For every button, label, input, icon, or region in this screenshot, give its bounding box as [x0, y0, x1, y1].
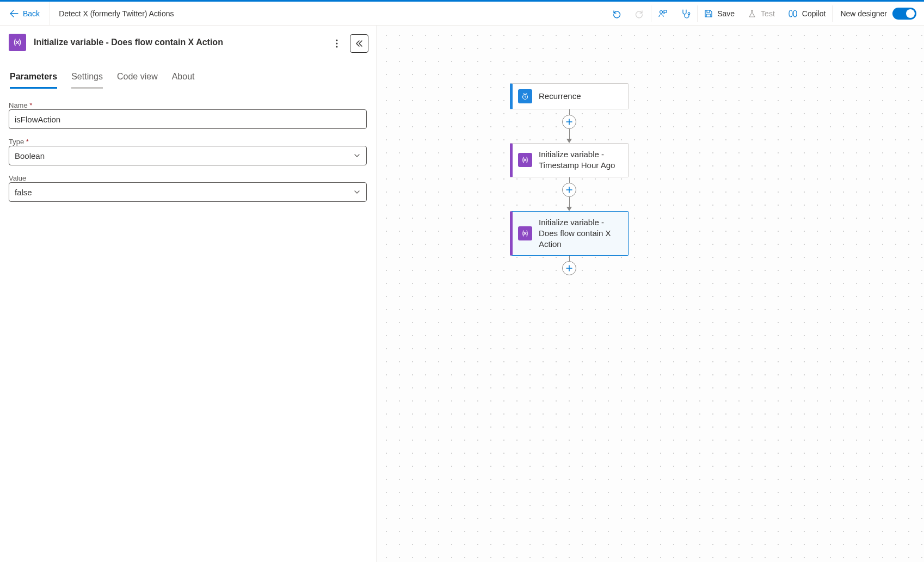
copilot-button[interactable]: Copilot	[781, 2, 833, 25]
svg-point-0	[660, 10, 663, 13]
flow-title: Detect X (formerly Twitter) Actions	[50, 9, 182, 18]
undo-button[interactable]	[605, 2, 628, 25]
value-label: Value	[9, 174, 367, 182]
clock-icon	[518, 89, 532, 103]
redo-button[interactable]	[628, 2, 651, 25]
redo-icon	[635, 9, 644, 18]
plus-icon	[565, 118, 573, 126]
plus-icon	[565, 186, 573, 194]
svg-point-1	[688, 13, 690, 15]
add-step-button[interactable]	[562, 261, 576, 275]
plus-icon	[565, 264, 573, 272]
value-select[interactable]: false	[9, 182, 367, 202]
tab-parameters[interactable]: Parameters	[10, 72, 57, 89]
person-feedback-icon	[658, 9, 668, 18]
save-label: Save	[717, 9, 735, 18]
node-init-flowaction[interactable]: Initialize variable - Does flow contain …	[510, 211, 629, 256]
svg-point-2	[336, 40, 338, 41]
kebab-icon	[336, 39, 338, 48]
node-init-timestamp[interactable]: Initialize variable - Timestamp Hour Ago	[510, 143, 629, 177]
test-button[interactable]: Test	[741, 2, 781, 25]
variable-icon	[9, 34, 26, 51]
panel-title: Initialize variable - Does flow contain …	[34, 38, 223, 47]
copilot-label: Copilot	[802, 9, 826, 18]
value-value: false	[15, 188, 32, 197]
svg-point-4	[336, 46, 338, 48]
type-value: Boolean	[15, 151, 45, 160]
test-label: Test	[761, 9, 775, 18]
svg-point-3	[336, 43, 338, 45]
type-label: Type *	[9, 138, 367, 146]
add-step-button[interactable]	[562, 115, 576, 129]
designer-toggle[interactable]	[892, 8, 916, 20]
chevron-down-icon	[353, 188, 361, 196]
back-label: Back	[23, 9, 40, 18]
arrow-left-icon	[10, 9, 19, 18]
collapse-panel-button[interactable]	[350, 34, 368, 53]
save-icon	[704, 9, 713, 18]
flow-canvas[interactable]: Recurrence Initialize variable - Timesta…	[377, 26, 924, 562]
node-label: Recurrence	[539, 91, 581, 102]
node-recurrence[interactable]: Recurrence	[510, 83, 629, 109]
tab-about[interactable]: About	[172, 72, 195, 89]
diagnostics-button[interactable]	[674, 2, 697, 25]
properties-panel: Initialize variable - Does flow contain …	[0, 26, 377, 562]
node-label: Initialize variable - Timestamp Hour Ago	[539, 149, 623, 171]
type-select[interactable]: Boolean	[9, 146, 367, 165]
flask-icon	[748, 9, 756, 18]
save-button[interactable]: Save	[698, 2, 741, 25]
tab-settings[interactable]: Settings	[71, 72, 103, 89]
panel-menu-button[interactable]	[329, 36, 344, 51]
stethoscope-icon	[681, 9, 691, 18]
copilot-icon	[788, 9, 798, 18]
chevron-double-left-icon	[355, 39, 364, 48]
add-step-button[interactable]	[562, 183, 576, 197]
variable-icon	[518, 153, 532, 167]
name-label: Name *	[9, 101, 367, 109]
back-button[interactable]: Back	[0, 2, 50, 25]
variable-icon	[518, 226, 532, 240]
node-label: Initialize variable - Does flow contain …	[539, 217, 623, 250]
chevron-down-icon	[353, 152, 361, 159]
feedback-button[interactable]	[651, 2, 674, 25]
name-input[interactable]	[9, 109, 367, 129]
top-toolbar: Back Detect X (formerly Twitter) Actions…	[0, 2, 924, 26]
tab-codeview[interactable]: Code view	[117, 72, 158, 89]
undo-icon	[612, 9, 621, 18]
designer-label: New designer	[840, 9, 887, 18]
